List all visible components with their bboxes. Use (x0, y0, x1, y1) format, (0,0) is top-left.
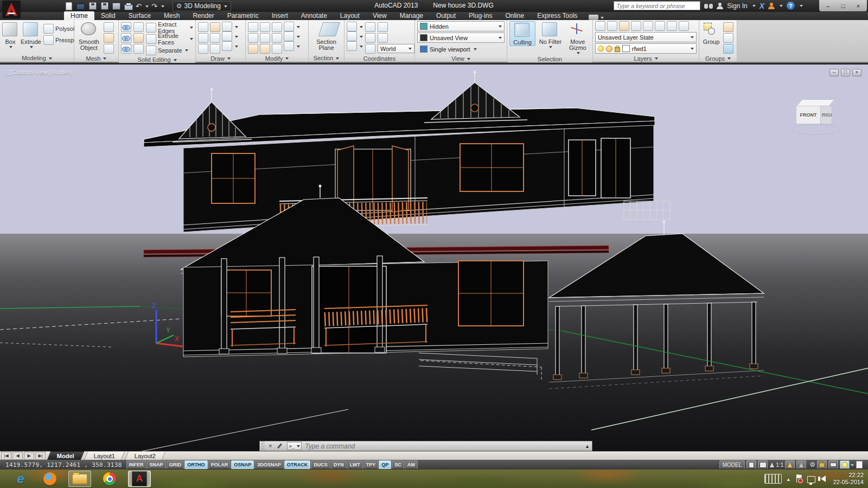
ucs-previous-icon[interactable] (347, 41, 357, 51)
copy-icon[interactable] (284, 22, 294, 31)
taskbar-explorer-button[interactable] (68, 471, 91, 487)
toolbar-lock-icon[interactable] (817, 460, 827, 469)
extrude-button[interactable]: Extrude (21, 21, 41, 49)
layout-nav-last[interactable]: ▶| (35, 452, 46, 460)
communication-center-icon[interactable] (768, 3, 775, 9)
viewcube-right-face[interactable]: RIGHT (820, 106, 832, 124)
no-filter-button[interactable]: No Filter (538, 21, 563, 49)
redo-button[interactable]: ↷ (151, 3, 157, 10)
erase-icon[interactable] (248, 44, 258, 54)
ucs-x-dropdown-icon[interactable] (360, 36, 363, 40)
taskbar-chrome-button[interactable] (99, 471, 120, 486)
panel-title-coordinates[interactable]: Coordinates (344, 55, 414, 62)
layer-isolate-icon[interactable] (643, 21, 653, 31)
fillet-icon[interactable] (248, 33, 258, 43)
layout-nav-first[interactable]: |◀ (1, 452, 11, 460)
line-icon[interactable] (210, 33, 220, 43)
status-toggle-infer[interactable]: INFER (126, 460, 146, 469)
drawing-viewport[interactable]: Z Y X [-][Custom View][Hidden] – □ × FRO… (0, 63, 868, 451)
status-toggle-am[interactable]: AM (405, 460, 418, 469)
redo-dropdown-icon[interactable] (161, 5, 164, 9)
workspace-switch-icon[interactable]: ⚙ (809, 461, 815, 468)
viewcube-compass[interactable] (792, 124, 840, 135)
mesh-reduce-icon[interactable] (104, 33, 114, 43)
drawing-canvas[interactable]: Z Y X (0, 65, 868, 451)
ucs-z-icon[interactable] (378, 33, 388, 43)
tab-view[interactable]: View (366, 11, 393, 20)
panel-title-section[interactable]: Section (309, 54, 344, 62)
3d-move-icon[interactable] (272, 22, 282, 32)
slice-icon[interactable] (133, 22, 144, 32)
ucs-x-icon[interactable] (347, 31, 357, 41)
annotation-visibility-icon[interactable] (785, 460, 795, 469)
taskbar-ie-button[interactable]: e (10, 471, 31, 486)
named-view-combo[interactable]: Unsaved View (417, 33, 505, 43)
arc-icon[interactable] (222, 22, 232, 31)
tab-home[interactable]: Home (64, 11, 94, 20)
move-icon[interactable] (260, 22, 270, 32)
tab-online[interactable]: Online (499, 11, 531, 20)
workspace-switcher[interactable]: ⚙ 3D Modeling (173, 1, 231, 11)
search-icon[interactable] (704, 3, 713, 9)
mesh-crease-icon[interactable] (104, 44, 114, 54)
section-plane-button[interactable]: Section Plane (311, 21, 342, 51)
panel-title-selection[interactable]: Selection (507, 56, 592, 62)
tray-expand-icon[interactable]: ▴ (787, 476, 790, 482)
layout-nav-next[interactable]: ▶ (24, 452, 34, 460)
layer-off-icon[interactable] (679, 21, 689, 31)
viewport-controls-label[interactable]: [-][Custom View][Hidden] (4, 69, 73, 75)
status-toggle-dyn[interactable]: DYN (331, 460, 347, 469)
volume-icon[interactable] (821, 476, 826, 482)
tab-model[interactable]: Model (47, 451, 85, 460)
panel-title-view[interactable]: View (415, 55, 507, 62)
action-center-icon[interactable] (795, 474, 802, 483)
status-toggle-ducs[interactable]: DUCS (311, 460, 330, 469)
taskbar-firefox-button[interactable] (39, 471, 61, 486)
application-menu-button[interactable] (2, 1, 21, 18)
sign-in-button[interactable]: Sign In (727, 2, 747, 10)
help-icon[interactable]: ? (787, 2, 795, 10)
ucs-face-icon[interactable] (378, 22, 388, 32)
arc-dropdown-icon[interactable] (235, 26, 238, 30)
polyline-icon[interactable] (198, 22, 208, 32)
ucs-origin-icon[interactable] (365, 33, 375, 43)
ucs-named-combo[interactable]: World (378, 44, 414, 53)
panel-title-groups[interactable]: Groups (699, 55, 737, 62)
panel-title-solid-editing[interactable]: Solid Editing (119, 56, 195, 63)
new-file-icon[interactable] (64, 2, 73, 10)
network-icon[interactable] (807, 476, 815, 483)
status-toggle-polar[interactable]: POLAR (208, 460, 231, 469)
fillet-edge-icon[interactable] (133, 33, 144, 43)
viewcube[interactable]: FRONT RIGHT (789, 96, 844, 139)
taskbar-clock[interactable]: 22:22 22-05-2014 (833, 472, 864, 486)
scale-icon[interactable] (284, 31, 294, 41)
array-icon[interactable] (284, 41, 294, 51)
extract-edges-button[interactable]: Extract Edges (146, 22, 193, 33)
ucs-icon-show-icon[interactable] (347, 22, 357, 31)
tab-solid[interactable]: Solid (94, 11, 122, 20)
status-toggle-grid[interactable]: GRID (167, 460, 184, 469)
layer-state-combo[interactable]: Unsaved Layer State (595, 32, 697, 42)
command-prompt-icon[interactable]: >_ (287, 442, 302, 450)
command-history-icon[interactable]: ▴ (586, 443, 589, 449)
visual-style-combo[interactable]: Hidden (417, 21, 505, 31)
layer-thaw-icon[interactable] (606, 46, 612, 52)
layer-previous-icon[interactable] (631, 21, 641, 31)
save-as-icon[interactable] (100, 2, 109, 10)
spline-icon[interactable] (198, 33, 208, 43)
layer-current-icon[interactable] (619, 21, 629, 31)
ungroup-icon[interactable] (723, 33, 733, 43)
quick-view-layouts-icon[interactable] (746, 460, 756, 469)
tab-layout2[interactable]: Layout2 (125, 451, 166, 460)
layout-nav-prev[interactable]: ◀ (12, 452, 23, 460)
sign-in-dropdown-icon[interactable] (752, 5, 756, 9)
tab-render[interactable]: Render (186, 11, 220, 20)
rectangle-icon[interactable] (210, 44, 220, 54)
scale-dropdown-icon[interactable] (297, 36, 300, 40)
clean-screen-icon[interactable] (856, 461, 863, 468)
autoscale-icon[interactable] (796, 460, 806, 469)
status-toggle-3dosnap[interactable]: 3DOSNAP (254, 460, 284, 469)
command-input[interactable] (304, 442, 583, 451)
drawing-minimize-button[interactable]: – (829, 69, 839, 76)
open-file-icon[interactable] (76, 2, 85, 10)
